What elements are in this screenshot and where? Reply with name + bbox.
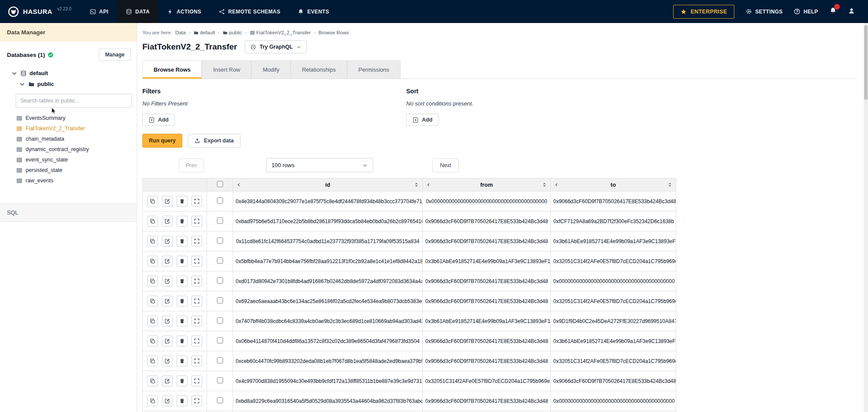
row-checkbox[interactable] [217,337,223,343]
sidebar-table-event-sync-state[interactable]: event_sync_state [16,155,131,165]
nav-item-actions[interactable]: ACTIONS [158,0,210,23]
prev-page-button[interactable]: Prev [179,158,204,172]
edit-row-button[interactable] [162,396,173,406]
copy-row-button[interactable] [147,196,158,207]
column-header-from[interactable]: from [423,178,551,191]
breadcrumb-item-browse-rows[interactable]: Browse Rows [319,30,349,35]
try-graphql-button[interactable]: Try GraphQL [245,40,306,53]
delete-row-button[interactable] [177,256,187,267]
row-checkbox[interactable] [217,317,223,323]
scrollbar-thumb[interactable] [864,25,868,100]
row-checkbox[interactable] [217,357,223,363]
breadcrumb-item-fiattokenv2-2-transfer[interactable]: FiatTokenV2_2_Transfer [250,30,311,35]
expand-row-button[interactable] [191,276,202,287]
expand-row-button[interactable] [191,396,202,406]
chevron-down-icon[interactable] [11,70,17,76]
sort-icon[interactable] [414,182,419,187]
delete-row-button[interactable] [177,276,187,287]
edit-row-button[interactable] [162,216,173,227]
edit-row-button[interactable] [162,196,173,207]
expand-row-button[interactable] [191,376,202,386]
delete-row-button[interactable] [177,236,187,247]
row-checkbox[interactable] [217,237,223,244]
breadcrumb-item-public[interactable]: public [223,30,242,35]
notifications-button[interactable] [829,7,837,16]
sidebar-table-persisted-state[interactable]: persisted_state [16,165,131,175]
copy-row-button[interactable] [147,356,158,366]
nav-item-data[interactable]: DATA [117,0,158,23]
nav-item-api[interactable]: API [81,0,117,23]
sql-section[interactable]: SQL [0,203,137,222]
edit-row-button[interactable] [162,276,173,287]
edit-row-button[interactable] [162,336,173,346]
column-header-to[interactable]: to [551,178,676,191]
sidebar-table-fiattokenv2-2-transfer[interactable]: FiatTokenV2_2_Transfer [16,123,131,134]
breadcrumb-item-data[interactable]: Data [175,30,186,35]
delete-row-button[interactable] [177,296,187,307]
expand-row-button[interactable] [191,196,202,207]
expand-row-button[interactable] [191,336,202,346]
edit-row-button[interactable] [162,316,173,326]
expand-row-button[interactable] [191,256,202,267]
row-checkbox[interactable] [217,377,223,383]
nav-item-remote-schemas[interactable]: REMOTE SCHEMAS [210,0,289,23]
row-checkbox[interactable] [217,277,223,283]
row-checkbox[interactable] [217,218,223,224]
nav-item-events[interactable]: EVENTS [289,0,338,23]
tab-browse-rows[interactable]: Browse Rows [142,60,202,79]
hasura-logo[interactable]: HASURA v2.23.0 [0,0,81,23]
expand-row-button[interactable] [191,216,202,227]
edit-row-button[interactable] [162,296,173,307]
sort-icon[interactable] [542,182,547,187]
expand-row-button[interactable] [191,236,202,247]
delete-row-button[interactable] [177,356,187,366]
select-all-checkbox[interactable] [217,181,223,187]
chevron-down-icon[interactable] [19,81,25,87]
manage-button[interactable]: Manage [99,49,131,61]
edit-row-button[interactable] [162,256,173,267]
delete-row-button[interactable] [177,396,187,406]
copy-row-button[interactable] [147,236,158,247]
sidebar-table-raw-events[interactable]: raw_events [16,175,131,186]
expand-row-button[interactable] [191,316,202,326]
add-sort-button[interactable]: Add [406,114,439,126]
add-filter-button[interactable]: Add [142,114,175,126]
enterprise-button[interactable]: ENTERPRISE [673,5,734,19]
search-tables-input[interactable] [16,94,132,108]
user-menu-button[interactable] [848,7,855,16]
expand-row-button[interactable] [191,296,202,307]
copy-row-button[interactable] [147,276,158,287]
run-query-button[interactable]: Run query [142,134,182,148]
export-data-button[interactable]: Export data [188,134,240,148]
copy-row-button[interactable] [147,396,158,406]
next-page-button[interactable]: Next [432,158,459,172]
row-checkbox[interactable] [217,198,223,204]
copy-row-button[interactable] [147,336,158,346]
vertical-scrollbar[interactable] [864,23,868,412]
row-checkbox[interactable] [217,257,223,264]
edit-row-button[interactable] [162,356,173,366]
edit-row-button[interactable] [162,236,173,247]
help-button[interactable]: HELP [794,8,818,15]
delete-row-button[interactable] [177,196,187,207]
copy-row-button[interactable] [147,316,158,326]
rows-per-page-select[interactable]: 100 rows [266,158,373,172]
tab-insert-row[interactable]: Insert Row [202,60,251,79]
delete-row-button[interactable] [177,336,187,346]
row-checkbox[interactable] [217,397,223,403]
row-checkbox[interactable] [217,297,223,303]
settings-button[interactable]: SETTINGS [746,8,783,15]
sidebar-table-chain-metadata[interactable]: chain_metadata [16,134,131,144]
expand-row-button[interactable] [191,356,202,366]
column-header-id[interactable]: id [233,178,423,191]
sidebar-table-dynamic-contract-registry[interactable]: dynamic_contract_registry [16,144,131,155]
tree-node-default[interactable]: default [7,68,131,79]
tree-node-public[interactable]: public [7,79,131,89]
tab-permissions[interactable]: Permissions [347,60,401,79]
copy-row-button[interactable] [147,216,158,227]
copy-row-button[interactable] [147,256,158,267]
tab-relationships[interactable]: Relationships [291,60,347,79]
edit-row-button[interactable] [162,376,173,386]
delete-row-button[interactable] [177,216,187,227]
copy-row-button[interactable] [147,296,158,307]
